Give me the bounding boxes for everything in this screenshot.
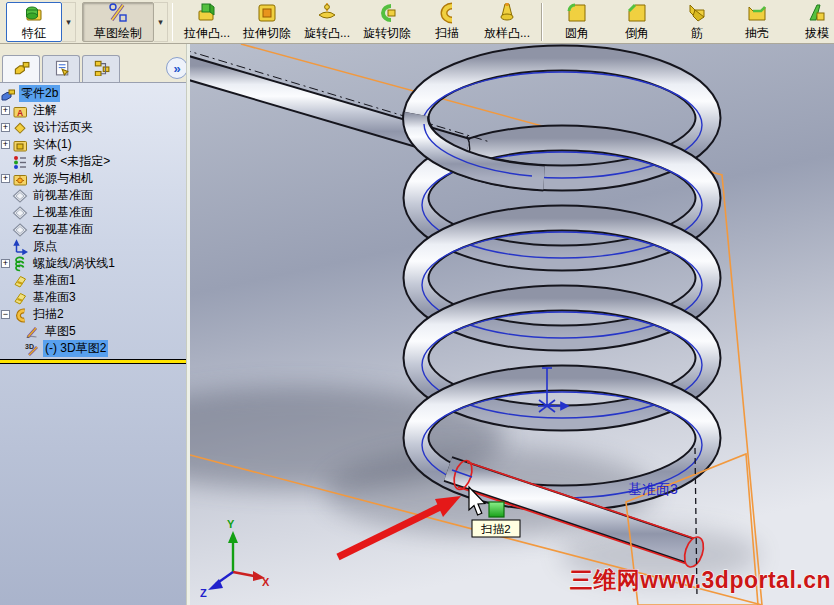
tooltip-text: 扫描2	[480, 523, 510, 535]
toolbar-button-label: 旋转切除	[363, 25, 411, 42]
annotations-icon: A	[12, 103, 29, 119]
tree-item-label[interactable]: 草图5	[43, 323, 78, 340]
expand-plus-icon[interactable]: +	[1, 259, 10, 268]
tree-item-label[interactable]: 零件2b	[19, 85, 60, 102]
ref-plane-icon	[12, 188, 29, 204]
tree-item[interactable]: 材质 <未指定>	[0, 153, 190, 170]
toolbar-button-label: 圆角	[565, 25, 589, 42]
features-icon	[22, 1, 46, 25]
sketch-icon	[24, 324, 41, 340]
rib-button[interactable]: 筋	[667, 2, 727, 42]
revolve-cut-button[interactable]: 旋转切除	[357, 2, 417, 42]
tree-indent	[0, 344, 12, 353]
extrude-boss-icon	[195, 1, 219, 25]
tree-item-label[interactable]: 材质 <未指定>	[31, 153, 112, 170]
rib-icon	[685, 1, 709, 25]
sketch-tab-button[interactable]: 草图绘制	[82, 2, 154, 42]
feature-tree[interactable]: 零件2b+A注解+设计活页夹+实体(1)材质 <未指定>+光源与相机前视基准面上…	[0, 82, 190, 605]
shell-icon	[745, 1, 769, 25]
feature-manager-panel: » 零件2b+A注解+设计活页夹+实体(1)材质 <未指定>+光源与相机前视基准…	[0, 44, 190, 605]
tree-indent	[0, 276, 12, 285]
tree-item-label[interactable]: 设计活页夹	[31, 119, 95, 136]
sweep-icon	[435, 1, 459, 25]
tab-feature-manager[interactable]	[2, 55, 40, 82]
chamfer-button[interactable]: 倒角	[607, 2, 667, 42]
tree-item[interactable]: +A注解	[0, 102, 190, 119]
extrude-boss-button[interactable]: 拉伸凸...	[177, 2, 237, 42]
tree-item-label[interactable]: 基准面3	[31, 289, 78, 306]
panel-expand-chevron[interactable]: »	[166, 57, 188, 79]
shell-button[interactable]: 抽壳	[727, 2, 787, 42]
triad-y-label: Y	[227, 518, 235, 530]
tree-root-item[interactable]: 零件2b	[0, 85, 190, 102]
tree-item-label[interactable]: 基准面1	[31, 272, 78, 289]
tree-indent	[12, 327, 24, 336]
graphics-area[interactable]: 基准面3 扫描2 三维网www.3dportal.cn Y X Z	[190, 44, 834, 605]
tree-item[interactable]: 基准面1	[0, 272, 190, 289]
loft-boss-button[interactable]: 放样凸...	[477, 2, 537, 42]
toolbar-button-label: 倒角	[625, 25, 649, 42]
tree-item[interactable]: +光源与相机	[0, 170, 190, 187]
tree-item[interactable]: +设计活页夹	[0, 119, 190, 136]
commandmanager-group: 特征 ▾ 草图绘制 ▾	[6, 2, 168, 42]
draft-button[interactable]: 拔模	[787, 2, 834, 42]
tree-item-label[interactable]: 螺旋线/涡状线1	[31, 255, 117, 272]
features-tab-label: 特征	[22, 25, 46, 42]
tree-item[interactable]: 草图5	[0, 323, 190, 340]
revolve-boss-button[interactable]: 旋转凸...	[297, 2, 357, 42]
toolbar-button-label: 扫描	[435, 25, 459, 42]
plane-feature-icon	[12, 273, 29, 289]
tree-item[interactable]: 前视基准面	[0, 187, 190, 204]
toolbar-separator	[172, 3, 173, 41]
design-binder-icon	[12, 120, 29, 136]
expand-plus-icon[interactable]: +	[1, 123, 10, 132]
tree-indent	[0, 293, 12, 302]
fillet-button[interactable]: 圆角	[547, 2, 607, 42]
triad-z-label: Z	[200, 587, 207, 599]
tab-property-manager[interactable]	[42, 55, 80, 82]
tree-item[interactable]: +螺旋线/涡状线1	[0, 255, 190, 272]
sketch3d-icon: 3D	[24, 341, 41, 357]
toolbar-buttons: 拉伸凸...拉伸切除旋转凸...旋转切除扫描放样凸...圆角倒角筋抽壳拔模	[177, 2, 834, 42]
svg-text:A: A	[17, 107, 23, 117]
sweep-button[interactable]: 扫描	[417, 2, 477, 42]
tree-item-label[interactable]: (-) 3D草图2	[43, 340, 108, 357]
sweep-feature-icon	[12, 307, 29, 323]
tree-item-label[interactable]: 上视基准面	[31, 204, 95, 221]
tree-item[interactable]: 基准面3	[0, 289, 190, 306]
triad-x-label: X	[262, 576, 270, 588]
tree-item[interactable]: 3D(-) 3D草图2	[0, 340, 190, 357]
expand-plus-icon[interactable]: +	[1, 140, 10, 149]
tree-item[interactable]: 原点	[0, 238, 190, 255]
rollback-bar[interactable]	[0, 359, 190, 364]
sketch-dropdown-icon[interactable]: ▾	[154, 2, 168, 42]
tree-item-label[interactable]: 注解	[31, 102, 59, 119]
helix-icon	[12, 256, 29, 272]
svg-text:3D: 3D	[25, 342, 34, 349]
tree-item-label[interactable]: 右视基准面	[31, 221, 95, 238]
extrude-cut-button[interactable]: 拉伸切除	[237, 2, 297, 42]
tree-item-label[interactable]: 实体(1)	[31, 136, 74, 153]
solidworks-window: { "toolbar": { "feature_tab": { "label":…	[0, 0, 834, 605]
tree-item-label[interactable]: 原点	[31, 238, 59, 255]
features-tab-button[interactable]: 特征	[6, 2, 62, 42]
expand-plus-icon[interactable]: +	[1, 106, 10, 115]
tree-item[interactable]: +实体(1)	[0, 136, 190, 153]
tab-configuration-manager[interactable]	[82, 55, 120, 82]
tree-item-label[interactable]: 前视基准面	[31, 187, 95, 204]
collapse-minus-icon[interactable]: −	[1, 310, 10, 319]
expand-plus-icon[interactable]: +	[1, 174, 10, 183]
toolbar-separator	[541, 3, 543, 41]
tree-item-label[interactable]: 扫描2	[31, 306, 66, 323]
tree-item[interactable]: 上视基准面	[0, 204, 190, 221]
features-dropdown-icon[interactable]: ▾	[62, 2, 76, 42]
tree-item[interactable]: −扫描2	[0, 306, 190, 323]
plane3-label[interactable]: 基准面3	[628, 481, 678, 497]
tree-indent	[0, 157, 12, 166]
toolbar-button-label: 抽壳	[745, 25, 769, 42]
ref-plane-icon	[12, 222, 29, 238]
tree-item[interactable]: 右视基准面	[0, 221, 190, 238]
sketch-mode-icon	[106, 1, 130, 25]
tree-item-label[interactable]: 光源与相机	[31, 170, 95, 187]
selection-handle[interactable]	[489, 502, 504, 517]
